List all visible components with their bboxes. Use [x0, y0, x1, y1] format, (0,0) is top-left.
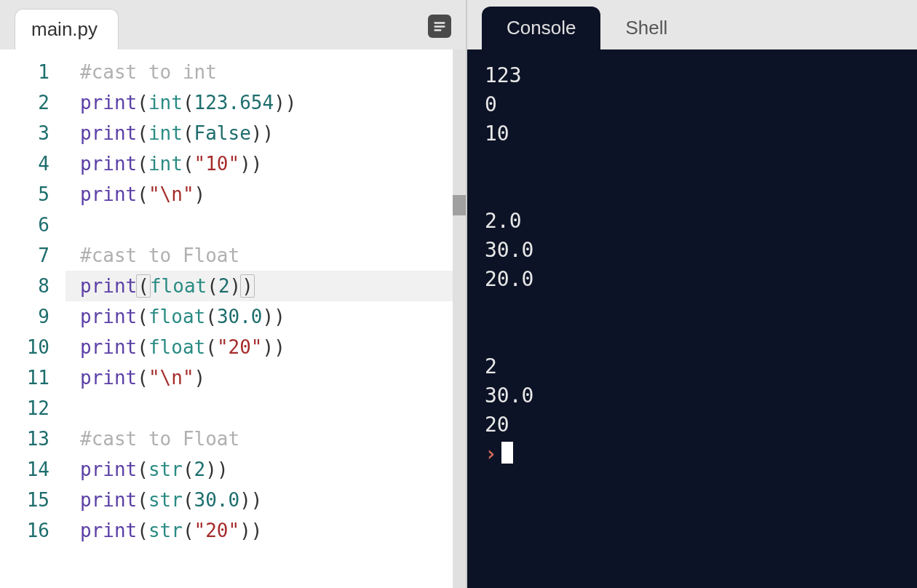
code-token: ) — [217, 458, 229, 480]
code-token: ( — [183, 520, 194, 541]
code-token: ) — [251, 122, 263, 144]
code-line[interactable]: #cast to Float — [66, 424, 466, 454]
editor-tab-row: main.py — [0, 0, 466, 49]
line-number: 2 — [0, 87, 49, 118]
code-line[interactable]: print(int(123.654)) — [66, 87, 466, 118]
editor-pane: main.py 12345678910111213141516 #cast to… — [0, 0, 466, 588]
line-number: 4 — [0, 148, 49, 179]
code-token: ( — [183, 489, 194, 511]
code-token: print — [80, 489, 137, 511]
code-token: ( — [136, 274, 151, 298]
code-token: ( — [137, 336, 148, 358]
code-token: ) — [263, 306, 274, 327]
console-prompt[interactable]: › — [485, 440, 900, 469]
code-line[interactable]: #cast to Float — [66, 240, 466, 271]
code-token: ) — [274, 92, 285, 114]
console-line: 30.0 — [485, 236, 900, 265]
code-token: ) — [274, 336, 285, 358]
code-token: ) — [239, 153, 251, 175]
code-line[interactable]: print(float(30.0)) — [66, 301, 466, 332]
console-line: 2 — [485, 352, 900, 381]
code-intelligence-icon[interactable] — [428, 15, 451, 38]
line-number: 14 — [0, 454, 49, 485]
code-token: "20" — [194, 520, 240, 541]
svg-rect-1 — [434, 25, 445, 28]
console-line: 30.0 — [485, 381, 900, 410]
code-line[interactable] — [66, 393, 466, 424]
code-token: ( — [137, 367, 148, 389]
code-token: ) — [194, 367, 206, 389]
code-token: ( — [205, 306, 217, 327]
lines-icon — [432, 19, 447, 33]
code-token: "\n" — [148, 367, 194, 389]
code-token: print — [80, 183, 137, 205]
code-token: ( — [137, 153, 148, 175]
code-token: ( — [137, 183, 148, 205]
editor-body[interactable]: 12345678910111213141516 #cast to intprin… — [0, 49, 466, 588]
code-line[interactable]: #cast to int — [66, 57, 466, 87]
line-number: 7 — [0, 240, 49, 271]
editor-scrollbar[interactable] — [453, 49, 466, 588]
code-line[interactable]: print(float(2)) — [66, 271, 466, 301]
code-token: ) — [263, 122, 274, 144]
code-token: str — [148, 489, 183, 511]
svg-rect-0 — [434, 22, 445, 24]
code-token: ) — [230, 275, 242, 297]
editor-scrollbar-thumb[interactable] — [453, 195, 466, 215]
console-line — [485, 323, 900, 352]
code-token: ( — [183, 92, 194, 114]
code-token: float — [148, 336, 205, 358]
code-line[interactable]: print("\n") — [66, 362, 466, 393]
console-line: 10 — [485, 119, 900, 148]
code-token: int — [148, 153, 183, 175]
code-token: False — [194, 122, 251, 144]
code-line[interactable] — [66, 210, 466, 240]
code-area[interactable]: #cast to intprint(int(123.654))print(int… — [66, 49, 466, 588]
code-line[interactable]: print("\n") — [66, 179, 466, 210]
code-token: ) — [239, 520, 251, 541]
console-pane: Console Shell 123010 2.030.020.0 230.020… — [466, 0, 917, 588]
code-token: print — [80, 122, 137, 144]
code-token: print — [80, 275, 137, 297]
console-line: 0 — [485, 90, 900, 119]
code-token: ) — [205, 458, 217, 480]
code-line[interactable]: print(str(30.0)) — [66, 485, 466, 515]
code-token: int — [148, 122, 183, 144]
code-token: ( — [183, 122, 194, 144]
line-number: 16 — [0, 515, 49, 546]
code-token: ( — [137, 520, 148, 541]
code-token: print — [80, 306, 137, 327]
code-token: #cast to Float — [80, 245, 239, 266]
code-token: 30.0 — [217, 306, 263, 327]
code-token: float — [150, 275, 207, 297]
code-token: print — [80, 367, 137, 389]
code-token: ( — [207, 275, 218, 297]
code-token: float — [148, 306, 205, 327]
code-token: ) — [194, 183, 206, 205]
tab-shell[interactable]: Shell — [600, 7, 692, 49]
code-line[interactable]: print(str("20")) — [66, 515, 466, 546]
code-line[interactable]: print(float("20")) — [66, 332, 466, 362]
console-tab-row: Console Shell — [467, 0, 917, 49]
console-output[interactable]: 123010 2.030.020.0 230.020› — [467, 49, 917, 588]
code-token: 2 — [194, 458, 206, 480]
code-line[interactable]: print(int("10")) — [66, 148, 466, 179]
code-token: "\n" — [148, 183, 194, 205]
code-line[interactable]: print(int(False)) — [66, 118, 466, 148]
code-token: #cast to Float — [80, 428, 239, 450]
line-number: 1 — [0, 57, 49, 87]
file-tab[interactable]: main.py — [15, 9, 119, 49]
code-token: print — [80, 92, 137, 114]
code-line[interactable]: print(str(2)) — [66, 454, 466, 485]
code-token: ) — [263, 336, 274, 358]
code-token: "20" — [217, 336, 263, 358]
code-token: print — [80, 336, 137, 358]
console-line: 2.0 — [485, 207, 900, 236]
console-line: 20.0 — [485, 265, 900, 294]
tab-console[interactable]: Console — [482, 7, 600, 49]
line-number: 12 — [0, 393, 49, 424]
line-number: 6 — [0, 210, 49, 240]
line-number: 5 — [0, 179, 49, 210]
line-number: 10 — [0, 332, 49, 362]
code-token: ( — [137, 122, 148, 144]
